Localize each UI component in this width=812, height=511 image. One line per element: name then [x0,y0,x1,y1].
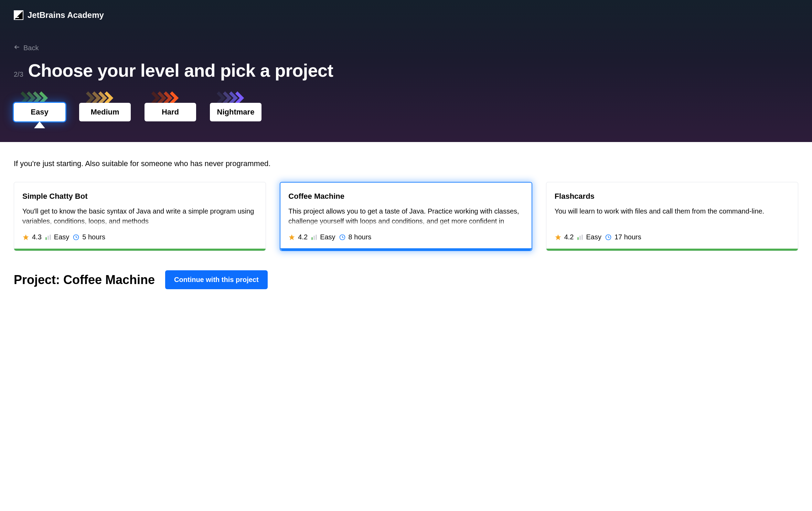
project-difficulty: Easy [320,233,335,241]
page-title: Choose your level and pick a project [28,60,333,81]
level-tab-hard[interactable]: Hard [145,91,196,121]
svg-rect-16 [580,236,581,240]
card-progress-bar [14,249,266,251]
project-difficulty: Easy [586,233,601,241]
brand-name: JetBrains Academy [28,10,104,20]
continue-button[interactable]: Continue with this project [165,270,268,289]
brand-row: JetBrains Academy [14,10,798,20]
project-card[interactable]: Coffee MachineThis project allows you to… [280,182,532,251]
level-tab-nightmare[interactable]: Nightmare [210,91,261,121]
svg-rect-17 [582,235,583,240]
project-description: This project allows you to get a taste o… [288,206,523,226]
level-button-easy[interactable]: Easy [14,103,65,121]
difficulty-bars-icon [577,234,583,240]
star-icon [555,234,562,241]
difficulty-bars-icon [311,234,317,240]
level-tab-easy[interactable]: Easy [14,91,65,121]
project-description: You'll get to know the basic syntax of J… [22,206,257,226]
project-title: Coffee Machine [288,192,523,201]
svg-marker-9 [289,234,295,240]
arrow-left-icon [14,44,20,52]
project-title: Simple Chatty Bot [22,192,257,201]
svg-marker-4 [23,234,29,240]
level-button-nightmare[interactable]: Nightmare [210,103,261,121]
svg-rect-7 [50,235,51,240]
project-cards-row: Simple Chatty BotYou'll get to know the … [14,182,798,251]
difficulty-bars-icon [45,234,51,240]
clock-icon [73,234,79,241]
level-tabs: EasyMediumHardNightmare [14,91,798,142]
project-meta: 4.2Easy17 hours [555,233,790,241]
project-rating: 4.3 [32,233,42,241]
svg-rect-6 [47,236,49,240]
clock-icon [339,234,346,241]
project-duration: 17 hours [615,233,641,241]
svg-rect-5 [45,237,46,240]
step-indicator: 2/3 [14,70,23,78]
level-description: If you're just starting. Also suitable f… [14,159,798,168]
project-meta: 4.2Easy8 hours [288,233,523,241]
svg-rect-11 [314,236,315,240]
card-progress-bar [546,249,798,251]
active-tab-pointer-icon [34,121,45,128]
project-rating: 4.2 [298,233,308,241]
project-difficulty: Easy [54,233,69,241]
project-title: Flashcards [555,192,790,201]
star-icon [22,234,29,241]
svg-rect-12 [316,235,317,240]
project-meta: 4.3Easy5 hours [22,233,257,241]
title-row: 2/3 Choose your level and pick a project [14,60,798,81]
svg-rect-10 [312,237,313,240]
level-tab-medium[interactable]: Medium [79,91,131,121]
selected-project-heading: Project: Coffee Machine [14,273,155,287]
content-area: If you're just starting. Also suitable f… [0,142,812,303]
back-label: Back [23,44,39,52]
svg-rect-2 [15,17,19,18]
project-duration: 5 hours [82,233,105,241]
project-duration: 8 hours [349,233,372,241]
project-card[interactable]: Simple Chatty BotYou'll get to know the … [14,182,266,251]
star-icon [288,234,295,241]
jetbrains-logo-icon [14,10,23,20]
project-description: You will learn to work with files and ca… [555,206,790,216]
project-rating: 4.2 [564,233,574,241]
level-button-hard[interactable]: Hard [145,103,196,121]
svg-rect-15 [578,237,579,240]
card-progress-bar [280,248,531,250]
level-button-medium[interactable]: Medium [79,103,131,121]
back-button[interactable]: Back [14,44,798,52]
svg-marker-14 [555,234,561,240]
footer-row: Project: Coffee Machine Continue with th… [14,270,798,289]
hero-section: JetBrains Academy Back 2/3 Choose your l… [0,0,812,142]
clock-icon [605,234,612,241]
project-card[interactable]: FlashcardsYou will learn to work with fi… [546,182,798,251]
